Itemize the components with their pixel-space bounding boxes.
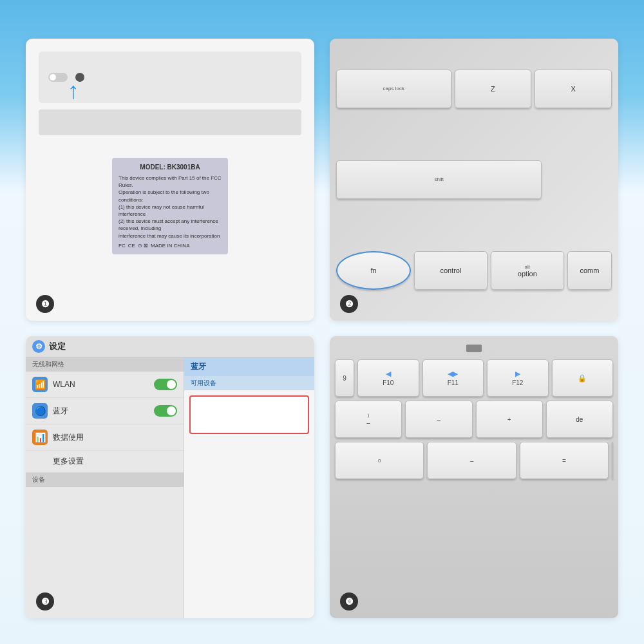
made-in: MADE IN CHINA (151, 242, 189, 249)
delete-label: de (576, 416, 583, 423)
kb4-num-row-2: 0 – = (335, 442, 613, 479)
key-paren-close[interactable]: ) – (335, 401, 402, 438)
keyboard-back-top: ↑ (39, 52, 301, 103)
bt-icon: 🔵 (32, 403, 48, 419)
bt-label: 蓝牙 (53, 406, 149, 417)
f11-label: F11 (448, 379, 459, 386)
available-devices-title: 可用设备 (184, 376, 314, 390)
key-z[interactable]: Z (455, 70, 532, 108)
cert-icons: FC CE ⊙ ⊠ MADE IN CHINA (118, 242, 222, 249)
key-row-2: shift (336, 136, 612, 223)
other-certs: ⊙ ⊠ (138, 242, 148, 249)
bt-toggle-knob (167, 406, 176, 415)
wlan-icon: 📶 (32, 377, 48, 392)
key-shift[interactable]: shift (336, 160, 542, 199)
power-slider[interactable] (48, 73, 68, 82)
key-minus2[interactable]: – (427, 442, 516, 479)
command-label: comm (580, 267, 599, 274)
alt-label: alt (525, 264, 530, 270)
step-number-4: ❹ (340, 592, 358, 611)
ce-cert: CE (128, 242, 135, 249)
device-list-box (189, 395, 309, 434)
key-f12[interactable]: ▶ F12 (487, 359, 549, 397)
minus2-label: – (470, 457, 474, 464)
settings-item-data[interactable]: 📊 数据使用 (26, 424, 184, 451)
key-spacer (612, 442, 613, 479)
f10-icon: ◀ (386, 370, 391, 378)
key-delete[interactable]: de (546, 401, 613, 438)
fn-label: fn (370, 267, 376, 274)
key-x[interactable]: X (535, 70, 612, 108)
model-sticker: MODEL: BK3001BA This device complies wit… (112, 158, 228, 254)
more-label: 更多设置 (32, 456, 177, 467)
kb4-num-row-1: ) – – + de (335, 401, 613, 438)
data-icon: 📊 (32, 430, 48, 445)
paren-top: ) (368, 412, 370, 418)
step-number-2: ❷ (340, 295, 358, 313)
settings-title-bar: ⚙ 设定 (26, 336, 314, 357)
key-minus[interactable]: – (405, 401, 472, 438)
key-equals[interactable]: = (520, 442, 609, 479)
key-command[interactable]: comm (567, 251, 612, 290)
fc-cert: FC (118, 242, 126, 249)
kb4-top-area (335, 341, 613, 355)
zero-label: 0 (378, 458, 381, 464)
key-control[interactable]: control (414, 251, 488, 290)
bt-toggle[interactable] (154, 405, 177, 417)
key-row-3: fn control alt option comm (336, 227, 612, 314)
settings-right-panel: 蓝牙 可用设备 (184, 357, 314, 618)
wlan-toggle[interactable] (154, 379, 177, 390)
keyboard-top-view: caps lock Z X shift fn (330, 39, 618, 321)
f12-icon: ▶ (515, 370, 520, 378)
key-lock[interactable]: 🔒 (552, 359, 614, 397)
key-plus[interactable]: + (476, 401, 543, 438)
key-fn[interactable]: fn (336, 251, 411, 290)
z-label: Z (491, 85, 495, 93)
key-alt-option[interactable]: alt option (491, 251, 564, 290)
devices-section-title: 设备 (26, 473, 184, 487)
step-number-1: ❶ (36, 295, 54, 313)
wireless-section-title: 无线和网络 (26, 357, 184, 372)
data-label: 数据使用 (53, 432, 177, 443)
sticker-text-1: This device complies with Part 15 of the… (118, 175, 222, 189)
settings-title: 设定 (49, 341, 66, 352)
keyboard-fn-view: 9 ◀ F10 ◀▶ F11 ▶ F12 🔒 (330, 336, 618, 618)
f10-label: F10 (383, 379, 393, 386)
caps-lock-label: caps lock (383, 86, 404, 91)
control-label: control (440, 267, 461, 274)
settings-item-wlan[interactable]: 📶 WLAN (26, 372, 184, 398)
shift-label: shift (434, 176, 444, 182)
settings-ui: ⚙ 设定 无线和网络 📶 WLAN 🔵 (26, 336, 314, 618)
equals-label: = (562, 457, 566, 464)
step4-cell: 9 ◀ F10 ◀▶ F11 ▶ F12 🔒 (330, 336, 618, 618)
sticker-text-5: interference that may cause its incorpor… (118, 232, 222, 240)
key-9[interactable]: 9 (335, 359, 354, 397)
model-number: MODEL: BK3001BA (118, 163, 222, 172)
step-number-3: ❸ (36, 592, 54, 611)
settings-item-bluetooth[interactable]: 🔵 蓝牙 (26, 398, 184, 424)
wlan-toggle-knob (167, 380, 176, 389)
key-caps-lock[interactable]: caps lock (336, 70, 451, 108)
key-f10[interactable]: ◀ F10 (357, 359, 419, 397)
step2-cell: caps lock Z X shift fn (330, 39, 618, 321)
wlan-label: WLAN (53, 380, 149, 389)
x-label: X (571, 85, 575, 93)
settings-item-more[interactable]: 更多设置 (26, 451, 184, 473)
step3-cell: ⚙ 设定 无线和网络 📶 WLAN 🔵 (26, 336, 314, 618)
paren-bottom: – (366, 419, 370, 426)
settings-left-panel: 无线和网络 📶 WLAN 🔵 蓝牙 (26, 357, 184, 618)
key-f11[interactable]: ◀▶ F11 (422, 359, 484, 397)
sticker-text-3: (1) this device may not cause harmful in… (118, 204, 222, 218)
settings-body: 无线和网络 📶 WLAN 🔵 蓝牙 (26, 357, 314, 618)
key-zero[interactable]: 0 (335, 442, 424, 479)
key-row-1: caps lock Z X (336, 45, 612, 132)
sticker-text-4: (2) this device must accept any interfer… (118, 218, 222, 232)
option-label: option (518, 270, 537, 278)
usb-port (466, 345, 482, 352)
settings-gear-icon: ⚙ (32, 340, 45, 353)
sticker-text-2: Operation is subject to the following tw… (118, 189, 222, 203)
f11-icon: ◀▶ (448, 370, 458, 378)
main-grid: ↑ MODEL: BK3001BA This device complies w… (0, 0, 644, 644)
f12-label: F12 (512, 379, 523, 386)
plus-label: + (507, 416, 511, 423)
